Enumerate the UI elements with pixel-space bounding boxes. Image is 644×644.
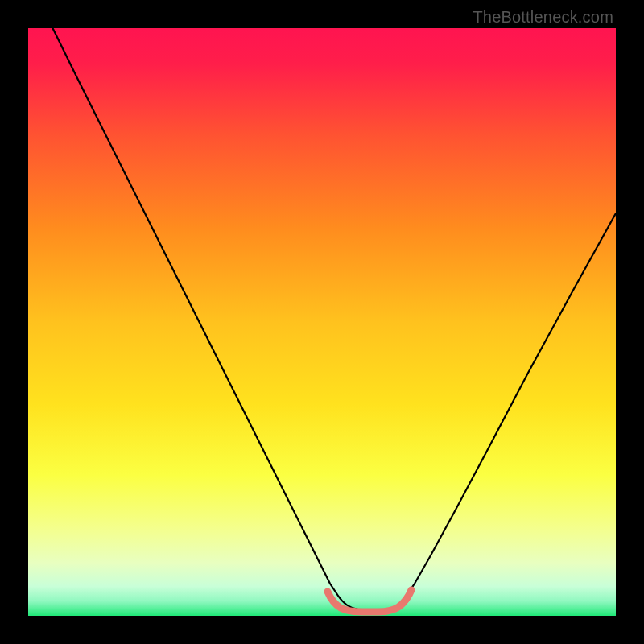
bottleneck-curve [28, 28, 616, 616]
watermark-text: TheBottleneck.com [473, 8, 613, 27]
chart-plot-area [28, 28, 616, 616]
